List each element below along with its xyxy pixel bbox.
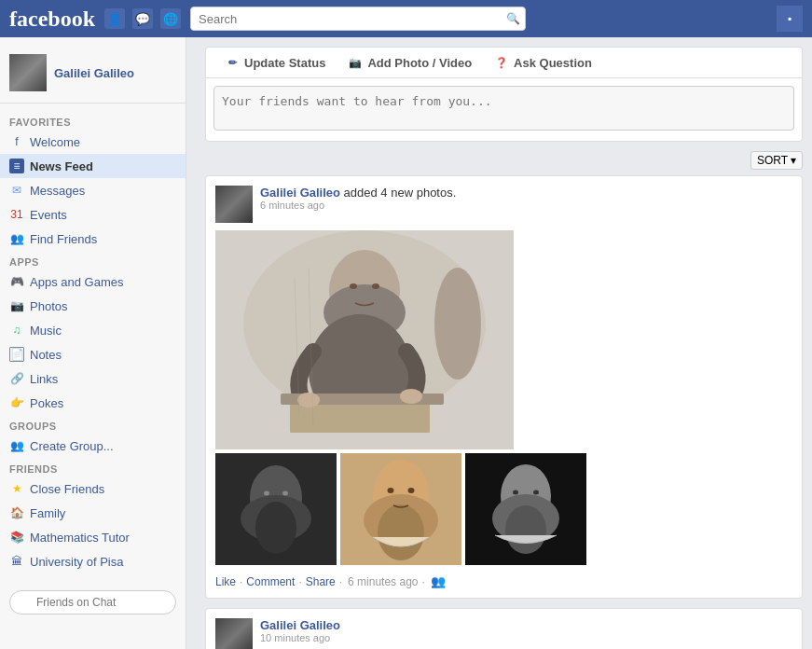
sidebar-item-label: Music — [30, 324, 62, 338]
facebook-logo: facebook — [9, 7, 95, 32]
messages-icon[interactable]: 💬 — [132, 8, 153, 29]
sidebar-item-welcome[interactable]: f Welcome — [0, 130, 186, 154]
groups-label: GROUPS — [0, 415, 186, 434]
sort-button[interactable]: SORT ▾ — [750, 151, 803, 170]
pokes-icon: 👉 — [9, 395, 24, 410]
tab-ask-question[interactable]: ❓ Ask Question — [483, 48, 603, 77]
sidebar-item-label: Pokes — [30, 396, 63, 410]
photo-thumbnail-3[interactable] — [465, 453, 586, 565]
friends-label: FRIENDS — [0, 458, 186, 476]
composer-input[interactable] — [213, 86, 794, 131]
search-icon[interactable]: 🔍 — [506, 12, 520, 25]
sidebar-item-label: News Feed — [30, 159, 93, 173]
sidebar-item-label: Family — [30, 506, 65, 520]
sidebar-item-pokes[interactable]: 👉 Pokes — [0, 391, 186, 415]
sidebar-item-photos[interactable]: 📷 Photos — [0, 294, 186, 318]
layout: Galilei Galileo FAVORITES f Welcome ≡ Ne… — [0, 37, 812, 649]
sidebar-item-closefriends[interactable]: ★ Close Friends — [0, 476, 186, 501]
post-meta: Galilei Galileo added 4 new photos. 6 mi… — [260, 186, 792, 211]
photos-icon: 📷 — [9, 298, 24, 313]
chat-search-input[interactable] — [9, 590, 176, 614]
sidebar-item-mathtutor[interactable]: 📚 Mathematics Tutor — [0, 525, 186, 549]
sidebar-item-label: Notes — [30, 348, 62, 362]
sidebar-item-label: Photos — [30, 299, 67, 313]
close-friends-icon: ★ — [9, 481, 24, 496]
svg-point-32 — [533, 490, 539, 495]
post-header: Galilei Galileo 10 minutes ago — [215, 618, 792, 649]
tab-add-photo[interactable]: 📷 Add Photo / Video — [337, 48, 483, 77]
search-input[interactable] — [190, 7, 526, 31]
post-footer: Like · Comment · Share · 6 minutes ago ·… — [215, 569, 792, 588]
post-time: 6 minutes ago — [260, 200, 792, 211]
sidebar-item-label: Events — [30, 208, 67, 222]
main-photo[interactable] — [215, 230, 514, 449]
events-icon: 31 — [9, 207, 24, 222]
sidebar-item-links[interactable]: 🔗 Links — [0, 366, 186, 391]
chat-section: 🔍 — [0, 583, 186, 622]
header-nav-icons: 👤 💬 🌐 — [104, 8, 181, 29]
sidebar-item-appsandgames[interactable]: 🎮 Apps and Games — [0, 269, 186, 294]
svg-point-18 — [255, 502, 296, 554]
like-button[interactable]: Like — [215, 575, 236, 588]
post-action: added 4 new photos. — [344, 186, 457, 200]
tab-update-status[interactable]: ✏ Update Status — [213, 48, 337, 77]
svg-point-31 — [513, 490, 518, 495]
sidebar-item-music[interactable]: ♫ Music — [0, 318, 186, 342]
svg-point-26 — [408, 488, 415, 493]
sort-label: SORT — [757, 154, 788, 167]
photo-thumbnail-1[interactable] — [215, 453, 337, 565]
sidebar-item-label: Close Friends — [30, 482, 104, 496]
ask-question-icon: ❓ — [494, 55, 509, 70]
find-friends-icon: 👥 — [9, 231, 24, 246]
people-icon[interactable]: 👤 — [104, 8, 125, 29]
search-bar: 🔍 — [190, 7, 526, 31]
globe-icon[interactable]: 🌐 — [160, 8, 181, 29]
svg-point-20 — [282, 491, 288, 496]
svg-rect-6 — [290, 405, 430, 433]
sidebar-item-label: Find Friends — [30, 232, 97, 246]
post-author[interactable]: Galilei Galileo — [260, 186, 340, 200]
svg-point-19 — [264, 491, 269, 496]
tab-question-label: Ask Question — [514, 56, 592, 70]
favorites-label: FAVORITES — [0, 111, 186, 130]
sidebar-item-events[interactable]: 31 Events — [0, 202, 186, 227]
svg-point-11 — [434, 268, 481, 380]
sidebar-item-family[interactable]: 🏠 Family — [0, 501, 186, 525]
tab-status-label: Update Status — [244, 56, 325, 70]
messages-icon: ✉ — [9, 183, 24, 198]
sidebar-item-univpisa[interactable]: 🏛 University of Pisa — [0, 549, 186, 573]
header-right-icons: ▪ — [777, 6, 803, 32]
share-button[interactable]: Share — [306, 575, 336, 588]
sidebar-item-findfriends[interactable]: 👥 Find Friends — [0, 227, 186, 251]
add-photo-icon: 📷 — [348, 55, 363, 70]
comment-button[interactable]: Comment — [246, 575, 295, 588]
apps-label: APPS — [0, 251, 186, 269]
sidebar-item-label: Mathematics Tutor — [30, 531, 130, 545]
header-right-icon[interactable]: ▪ — [777, 6, 803, 32]
update-status-icon: ✏ — [225, 55, 240, 70]
sidebar-item-creategroup[interactable]: 👥 Create Group... — [0, 434, 186, 458]
notes-icon: 📄 — [9, 347, 24, 362]
family-icon: 🏠 — [9, 505, 24, 520]
sidebar-item-label: Messages — [30, 184, 85, 198]
avatar — [9, 54, 47, 91]
separator: · — [298, 575, 301, 588]
sidebar-item-messages[interactable]: ✉ Messages — [0, 178, 186, 202]
separator: · — [421, 575, 424, 588]
post-composer: ✏ Update Status 📷 Add Photo / Video ❓ As… — [205, 47, 803, 142]
sidebar-username: Galilei Galileo — [54, 66, 134, 80]
sidebar-item-label: Apps and Games — [30, 275, 123, 289]
sidebar-item-notes[interactable]: 📄 Notes — [0, 342, 186, 366]
apps-icon: 🎮 — [9, 274, 24, 289]
post-author[interactable]: Galilei Galileo — [260, 618, 340, 632]
sidebar-item-newsfeed[interactable]: ≡ News Feed — [0, 154, 186, 178]
sidebar-profile[interactable]: Galilei Galileo — [0, 47, 186, 104]
svg-point-24 — [378, 504, 424, 560]
feed-post-photos: Galilei Galileo added 4 new photos. 6 mi… — [205, 175, 803, 599]
svg-point-10 — [372, 283, 379, 289]
photo-thumbnail-2[interactable] — [340, 453, 461, 565]
sidebar: Galilei Galileo FAVORITES f Welcome ≡ Ne… — [0, 37, 186, 649]
composer-body — [206, 78, 802, 141]
svg-point-8 — [400, 389, 422, 404]
post-timestamp: 6 minutes ago — [348, 575, 418, 588]
